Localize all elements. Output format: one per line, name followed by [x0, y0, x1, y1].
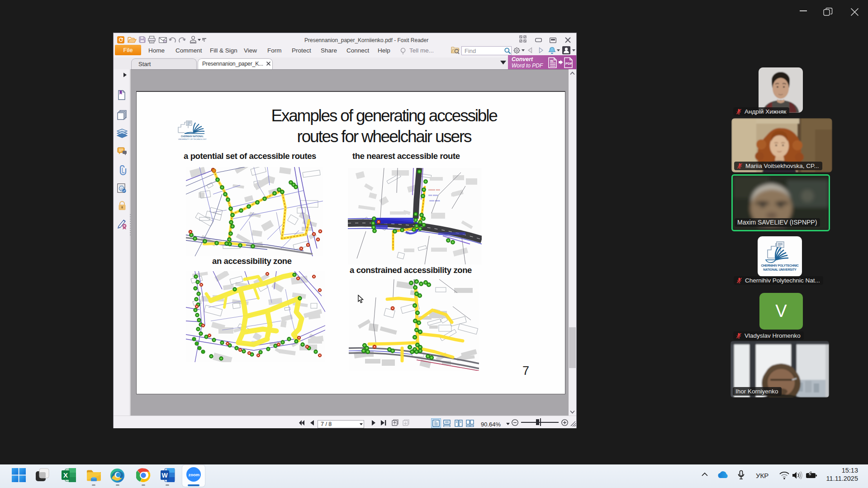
svg-text:xxxxx xxx: xxxxx xxx: [428, 188, 440, 191]
svg-text:zoom: zoom: [189, 472, 200, 477]
svg-text:NATIONAL UNIVERSITY: NATIONAL UNIVERSITY: [763, 268, 797, 271]
svg-text:W: W: [162, 472, 168, 479]
svg-text:UNIVERSITY OF TECHNOLOGY: UNIVERSITY OF TECHNOLOGY: [178, 138, 207, 140]
svg-text:xxxx xxxx: xxxx xxxx: [429, 199, 440, 202]
svg-text:CHERNIHIV NATIONAL: CHERNIHIV NATIONAL: [181, 135, 204, 138]
svg-text:xxx xxxx: xxx xxxx: [428, 194, 438, 196]
svg-text:X: X: [63, 471, 68, 479]
svg-text:W-: W-: [550, 59, 555, 63]
svg-text:PDF: PDF: [565, 62, 572, 66]
svg-text:CHERNIHIV POLYTECHNIC: CHERNIHIV POLYTECHNIC: [761, 264, 798, 267]
